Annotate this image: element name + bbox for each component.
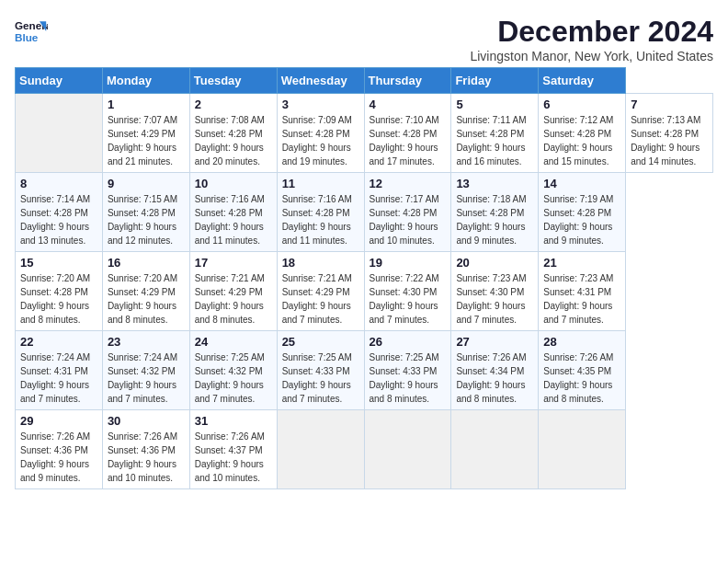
day-number: 1 <box>108 98 185 111</box>
day-info: Sunrise: 7:26 AMSunset: 4:37 PMDaylight:… <box>195 431 265 483</box>
day-info: Sunrise: 7:18 AMSunset: 4:28 PMDaylight:… <box>456 194 526 246</box>
day-info: Sunrise: 7:12 AMSunset: 4:28 PMDaylight:… <box>543 115 613 167</box>
day-number: 6 <box>543 98 620 111</box>
day-header-saturday: Saturday <box>539 68 626 94</box>
day-number: 25 <box>282 335 359 349</box>
day-cell-17: 17 Sunrise: 7:21 AMSunset: 4:29 PMDaylig… <box>189 252 277 331</box>
day-info: Sunrise: 7:24 AMSunset: 4:31 PMDaylight:… <box>20 352 90 404</box>
day-cell-18: 18 Sunrise: 7:21 AMSunset: 4:29 PMDaylig… <box>277 252 364 331</box>
day-info: Sunrise: 7:11 AMSunset: 4:28 PMDaylight:… <box>456 115 526 167</box>
day-cell-30: 30 Sunrise: 7:26 AMSunset: 4:36 PMDaylig… <box>102 410 189 489</box>
logo-icon: General Blue <box>15 15 48 48</box>
day-number: 30 <box>108 414 185 428</box>
title-block: December 2024 Livingston Manor, New York… <box>470 15 713 63</box>
day-number: 7 <box>631 98 708 111</box>
day-cell-15: 15 Sunrise: 7:20 AMSunset: 4:28 PMDaylig… <box>16 252 103 331</box>
day-cell-7: 7 Sunrise: 7:13 AMSunset: 4:28 PMDayligh… <box>626 94 713 173</box>
day-cell-29: 29 Sunrise: 7:26 AMSunset: 4:36 PMDaylig… <box>16 410 103 489</box>
day-number: 13 <box>456 177 533 190</box>
day-number: 17 <box>195 256 272 270</box>
day-info: Sunrise: 7:25 AMSunset: 4:32 PMDaylight:… <box>195 352 265 404</box>
day-info: Sunrise: 7:09 AMSunset: 4:28 PMDaylight:… <box>282 115 352 167</box>
day-cell-23: 23 Sunrise: 7:24 AMSunset: 4:32 PMDaylig… <box>102 331 189 410</box>
day-info: Sunrise: 7:20 AMSunset: 4:29 PMDaylight:… <box>108 273 177 325</box>
day-info: Sunrise: 7:22 AMSunset: 4:30 PMDaylight:… <box>370 273 439 325</box>
day-info: Sunrise: 7:26 AMSunset: 4:35 PMDaylight:… <box>543 352 613 404</box>
day-cell-9: 9 Sunrise: 7:15 AMSunset: 4:28 PMDayligh… <box>102 173 189 252</box>
day-info: Sunrise: 7:23 AMSunset: 4:31 PMDaylight:… <box>543 273 613 325</box>
day-info: Sunrise: 7:25 AMSunset: 4:33 PMDaylight:… <box>370 352 439 404</box>
empty-cell <box>451 410 539 489</box>
day-cell-26: 26 Sunrise: 7:25 AMSunset: 4:33 PMDaylig… <box>364 331 451 410</box>
day-cell-28: 28 Sunrise: 7:26 AMSunset: 4:35 PMDaylig… <box>539 331 626 410</box>
week-row-1: 1 Sunrise: 7:07 AMSunset: 4:29 PMDayligh… <box>16 94 713 173</box>
day-info: Sunrise: 7:13 AMSunset: 4:28 PMDaylight:… <box>631 115 700 167</box>
location: Livingston Manor, New York, United State… <box>470 49 713 63</box>
day-header-tuesday: Tuesday <box>189 68 277 94</box>
day-info: Sunrise: 7:15 AMSunset: 4:28 PMDaylight:… <box>108 194 177 246</box>
day-info: Sunrise: 7:16 AMSunset: 4:28 PMDaylight:… <box>195 194 265 246</box>
day-info: Sunrise: 7:07 AMSunset: 4:29 PMDaylight:… <box>108 115 177 167</box>
day-number: 15 <box>20 256 97 270</box>
day-number: 20 <box>456 256 533 270</box>
day-cell-25: 25 Sunrise: 7:25 AMSunset: 4:33 PMDaylig… <box>277 331 364 410</box>
day-cell-27: 27 Sunrise: 7:26 AMSunset: 4:34 PMDaylig… <box>451 331 539 410</box>
day-number: 9 <box>108 177 185 190</box>
day-info: Sunrise: 7:26 AMSunset: 4:36 PMDaylight:… <box>20 431 90 483</box>
day-cell-22: 22 Sunrise: 7:24 AMSunset: 4:31 PMDaylig… <box>16 331 103 410</box>
day-info: Sunrise: 7:21 AMSunset: 4:29 PMDaylight:… <box>282 273 352 325</box>
day-cell-4: 4 Sunrise: 7:10 AMSunset: 4:28 PMDayligh… <box>364 94 451 173</box>
day-number: 22 <box>20 335 97 349</box>
day-info: Sunrise: 7:21 AMSunset: 4:29 PMDaylight:… <box>195 273 265 325</box>
day-info: Sunrise: 7:26 AMSunset: 4:34 PMDaylight:… <box>456 352 526 404</box>
day-number: 24 <box>195 335 272 349</box>
day-header-monday: Monday <box>102 68 189 94</box>
week-row-2: 8 Sunrise: 7:14 AMSunset: 4:28 PMDayligh… <box>16 173 713 252</box>
page-header: General Blue December 2024 Livingston Ma… <box>15 15 713 63</box>
empty-cell <box>539 410 626 489</box>
day-cell-12: 12 Sunrise: 7:17 AMSunset: 4:28 PMDaylig… <box>364 173 451 252</box>
empty-cell <box>277 410 364 489</box>
day-number: 11 <box>282 177 359 190</box>
day-number: 16 <box>108 256 185 270</box>
day-info: Sunrise: 7:25 AMSunset: 4:33 PMDaylight:… <box>282 352 352 404</box>
day-number: 19 <box>370 256 447 270</box>
day-number: 10 <box>195 177 272 190</box>
day-cell-14: 14 Sunrise: 7:19 AMSunset: 4:28 PMDaylig… <box>539 173 626 252</box>
calendar-table: SundayMondayTuesdayWednesdayThursdayFrid… <box>15 67 713 489</box>
day-header-thursday: Thursday <box>364 68 451 94</box>
day-number: 28 <box>543 335 620 349</box>
day-cell-16: 16 Sunrise: 7:20 AMSunset: 4:29 PMDaylig… <box>102 252 189 331</box>
day-cell-1: 1 Sunrise: 7:07 AMSunset: 4:29 PMDayligh… <box>102 94 189 173</box>
day-info: Sunrise: 7:19 AMSunset: 4:28 PMDaylight:… <box>543 194 613 246</box>
day-number: 12 <box>370 177 447 190</box>
day-header-wednesday: Wednesday <box>277 68 364 94</box>
day-number: 4 <box>370 98 447 111</box>
day-info: Sunrise: 7:24 AMSunset: 4:32 PMDaylight:… <box>108 352 177 404</box>
day-header-friday: Friday <box>451 68 539 94</box>
week-row-3: 15 Sunrise: 7:20 AMSunset: 4:28 PMDaylig… <box>16 252 713 331</box>
day-number: 2 <box>195 98 272 111</box>
day-header-sunday: Sunday <box>16 68 103 94</box>
day-cell-31: 31 Sunrise: 7:26 AMSunset: 4:37 PMDaylig… <box>189 410 277 489</box>
day-cell-2: 2 Sunrise: 7:08 AMSunset: 4:28 PMDayligh… <box>189 94 277 173</box>
day-info: Sunrise: 7:08 AMSunset: 4:28 PMDaylight:… <box>195 115 265 167</box>
empty-cell <box>16 94 103 173</box>
day-info: Sunrise: 7:20 AMSunset: 4:28 PMDaylight:… <box>20 273 90 325</box>
day-cell-5: 5 Sunrise: 7:11 AMSunset: 4:28 PMDayligh… <box>451 94 539 173</box>
day-cell-21: 21 Sunrise: 7:23 AMSunset: 4:31 PMDaylig… <box>539 252 626 331</box>
week-row-5: 29 Sunrise: 7:26 AMSunset: 4:36 PMDaylig… <box>16 410 713 489</box>
day-number: 29 <box>20 414 97 428</box>
day-cell-20: 20 Sunrise: 7:23 AMSunset: 4:30 PMDaylig… <box>451 252 539 331</box>
day-number: 27 <box>456 335 533 349</box>
svg-text:Blue: Blue <box>15 31 39 43</box>
day-cell-13: 13 Sunrise: 7:18 AMSunset: 4:28 PMDaylig… <box>451 173 539 252</box>
day-info: Sunrise: 7:14 AMSunset: 4:28 PMDaylight:… <box>20 194 90 246</box>
day-cell-11: 11 Sunrise: 7:16 AMSunset: 4:28 PMDaylig… <box>277 173 364 252</box>
month-title: December 2024 <box>470 15 713 49</box>
day-info: Sunrise: 7:10 AMSunset: 4:28 PMDaylight:… <box>370 115 439 167</box>
day-number: 21 <box>543 256 620 270</box>
day-info: Sunrise: 7:26 AMSunset: 4:36 PMDaylight:… <box>108 431 177 483</box>
day-number: 26 <box>370 335 447 349</box>
header-row: SundayMondayTuesdayWednesdayThursdayFrid… <box>16 68 713 94</box>
